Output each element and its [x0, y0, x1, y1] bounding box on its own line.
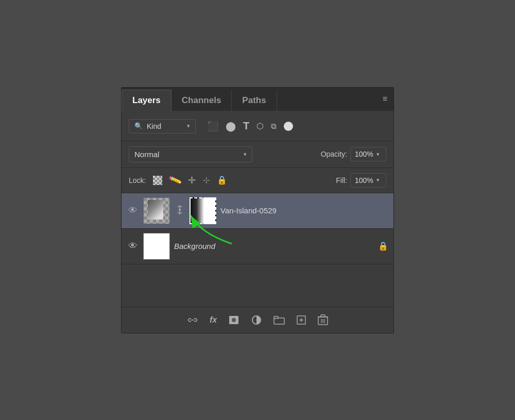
add-mask-button[interactable] [228, 315, 239, 325]
layer-thumbnail-bg-white [144, 233, 169, 259]
fill-section: Fill: 100% ▾ [336, 173, 386, 188]
lock-transform-icon[interactable]: ⊹ [203, 175, 210, 185]
filter-icons-group: ⬛ ⬤ T ⬡ ⧉ [207, 120, 293, 132]
panel-menu-icon[interactable]: ≡ [383, 94, 387, 104]
solid-filter-icon[interactable] [284, 122, 293, 131]
new-adjustment-button[interactable] [251, 314, 262, 326]
lock-fill-row: Lock: ✏️ ✛ ⊹ 🔒 Fill: 100% ▾ [122, 168, 393, 193]
link-layers-button[interactable] [187, 315, 198, 325]
layer-item-background[interactable]: 👁 Background 🔒 [122, 229, 393, 264]
kind-filter-dropdown[interactable]: 🔍 Kind ▾ [129, 119, 196, 133]
tab-layers[interactable]: Layers [122, 90, 171, 112]
fill-label: Fill: [336, 176, 347, 184]
opacity-value-control[interactable]: 100% ▾ [350, 147, 386, 161]
adjustment-filter-icon[interactable]: ⬤ [226, 121, 236, 132]
lock-icons-group: ✏️ ✛ ⊹ 🔒 [153, 175, 227, 186]
blend-mode-chevron: ▾ [244, 151, 247, 158]
smartobj-filter-icon[interactable]: ⧉ [271, 122, 277, 131]
tab-paths[interactable]: Paths [232, 90, 277, 111]
opacity-label: Opacity: [321, 150, 347, 158]
layer-item-van-island[interactable]: 👁 [122, 193, 393, 229]
new-group-button[interactable] [273, 315, 285, 325]
layer-lock-background: 🔒 [378, 241, 388, 251]
bottom-toolbar: fx [122, 307, 393, 333]
visibility-icon-van-island[interactable]: 👁 [127, 205, 139, 216]
svg-rect-14 [321, 315, 325, 317]
blend-opacity-row: Normal ▾ Opacity: 100% ▾ [122, 141, 393, 168]
shape-filter-icon[interactable]: ⬡ [256, 121, 264, 131]
lock-position-icon[interactable]: ✛ [188, 175, 196, 186]
blend-mode-dropdown[interactable]: Normal ▾ [129, 146, 252, 162]
svg-point-5 [232, 318, 236, 322]
fill-value-control[interactable]: 100% ▾ [350, 173, 386, 188]
opacity-chevron: ▾ [376, 151, 380, 158]
delete-layer-button[interactable] [318, 314, 328, 326]
layer-thumbnail-background [143, 233, 170, 260]
kind-filter-label: Kind [147, 122, 161, 130]
opacity-value-text: 100% [355, 150, 373, 158]
kind-filter-chevron: ▾ [187, 123, 190, 129]
new-layer-button[interactable] [296, 315, 306, 325]
layer-thumbnail-main-van-island [144, 198, 169, 224]
lock-image-icon[interactable]: ✏️ [168, 173, 182, 187]
layers-panel: Layers Channels Paths ≡ 🔍 Kind ▾ ⬛ ⬤ T ⬡… [121, 87, 394, 333]
lock-all-icon[interactable]: 🔒 [217, 175, 227, 185]
visibility-icon-background[interactable]: 👁 [127, 241, 139, 251]
layer-mask-thumbnail[interactable] [190, 197, 216, 224]
image-filter-icon[interactable]: ⬛ [207, 121, 218, 132]
tabs-bar: Layers Channels Paths ≡ [122, 88, 393, 112]
fill-chevron: ▾ [376, 177, 380, 183]
layers-list: 👁 [122, 193, 393, 307]
fx-label: fx [210, 315, 217, 325]
layer-thumbnail-van-island [143, 197, 170, 224]
fill-value-text: 100% [355, 176, 373, 184]
lock-pixels-icon[interactable] [153, 176, 162, 185]
svg-rect-7 [274, 318, 284, 324]
search-icon: 🔍 [134, 122, 143, 130]
lock-label: Lock: [129, 176, 146, 184]
filter-row: 🔍 Kind ▾ ⬛ ⬤ T ⬡ ⧉ [122, 112, 393, 141]
type-filter-icon[interactable]: T [243, 120, 249, 132]
tab-channels[interactable]: Channels [171, 90, 232, 111]
svg-rect-8 [274, 316, 278, 318]
layer-link-icon[interactable] [174, 205, 185, 216]
blend-mode-label: Normal [134, 150, 159, 159]
fx-button[interactable]: fx [210, 315, 217, 325]
opacity-section: Opacity: 100% ▾ [321, 147, 386, 161]
